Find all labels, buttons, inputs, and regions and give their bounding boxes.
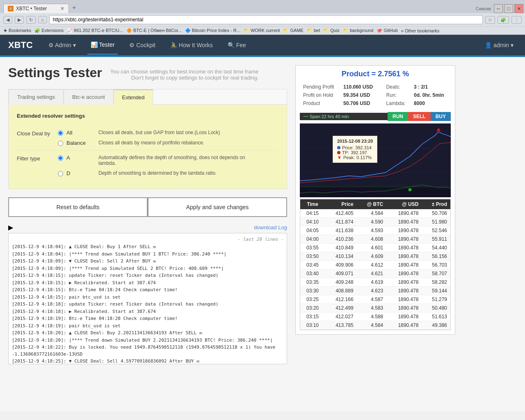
- filter-type-a-radio[interactable]: [58, 155, 63, 161]
- table-cell: 03:55: [300, 244, 325, 252]
- table-column-header: @ USD: [386, 199, 422, 209]
- table-cell: 56.156: [422, 252, 450, 261]
- url-input[interactable]: [49, 15, 483, 24]
- reload-button[interactable]: ↻: [26, 16, 36, 24]
- bookmark-game[interactable]: 📁 GAME: [283, 28, 303, 33]
- stats-row: Profit on Hold 59.354 USD Run: 0d. 0hr. …: [301, 91, 450, 99]
- bookmarks-bar: ★ Bookmarks 🧩 Extensions 📈 861.202 BTC-e…: [0, 26, 525, 34]
- nav-admin[interactable]: ⚙ Admin ▾: [45, 36, 79, 54]
- tab-close-button[interactable]: ✕: [60, 6, 64, 11]
- table-cell: 03:50: [300, 252, 325, 261]
- svg-rect-4: [300, 187, 451, 197]
- table-cell: 1890.478: [386, 218, 422, 226]
- table-row: 03:55410.8494.6011890.47854.440: [300, 244, 450, 252]
- settings-button[interactable]: ⋮: [511, 16, 522, 24]
- table-row: 04:05411.6384.5931890.47852.546: [300, 226, 450, 235]
- table-cell: 412.405: [325, 209, 357, 218]
- bookmark-btce-price[interactable]: 📈 861.202 BTC-e BTC/U...: [67, 28, 123, 33]
- log-line: [2015-12-9 4:18:15]: ▶ Recalibrated. Sta…: [12, 280, 283, 287]
- close-deal-by-label: Close Deal by: [17, 130, 58, 137]
- left-panel: Settings Tester You can choose settings …: [8, 65, 287, 403]
- close-deal-balance-option: Balance Closes all deals by means of por…: [58, 140, 220, 146]
- bookmark-bet[interactable]: 📁 bet: [307, 28, 320, 33]
- table-cell: 04:00: [300, 235, 325, 244]
- site-logo[interactable]: XBTC: [8, 40, 33, 50]
- apply-button[interactable]: Apply and save changes: [148, 197, 287, 217]
- page-subtitle-line1: You can choose settings for best income …: [110, 68, 259, 75]
- table-cell: 04:10: [300, 218, 325, 226]
- table-cell: 412.499: [325, 304, 357, 313]
- stats-label: Profit on Hold: [301, 91, 340, 99]
- table-cell: 4.587: [357, 295, 387, 304]
- table-cell: 4.583: [357, 304, 387, 313]
- bookmark-background[interactable]: 📁 background: [343, 28, 374, 33]
- nav-user[interactable]: 👤 admin ▾: [482, 36, 517, 54]
- stats-value: 59.354 USD: [341, 91, 379, 99]
- active-browser-tab[interactable]: X XBTC • Tester ✕: [3, 4, 69, 13]
- table-column-header: Time: [300, 199, 325, 209]
- table-row: 03:15412.0274.5881890.47851.613: [300, 313, 450, 321]
- close-window-button[interactable]: ✕: [514, 4, 523, 13]
- reset-button[interactable]: Reset to defaults: [8, 197, 148, 217]
- nav-tester[interactable]: 📊 Tester: [87, 36, 118, 55]
- buy-button[interactable]: BUY: [431, 112, 451, 121]
- nav-cockpit[interactable]: ⚙ Cockpit: [126, 36, 159, 54]
- close-deal-all-radio[interactable]: [58, 130, 63, 136]
- bookmark-star[interactable]: ☆: [485, 16, 495, 24]
- tab-trading-settings[interactable]: Trading settings: [9, 89, 64, 105]
- bookmark-btce-exchange[interactable]: 🔶 BTC-E | Обмен BitCoi...: [126, 28, 182, 33]
- bookmark-bookmarks[interactable]: ★ Bookmarks: [3, 28, 31, 33]
- bookmark-other[interactable]: » Other bookmarks: [401, 28, 440, 33]
- extensions-button[interactable]: 🧩: [498, 16, 509, 24]
- table-cell: 55.911: [422, 235, 450, 244]
- log-container[interactable]: - last 20 lines - [2015-12-9 4:18:04]: ▲…: [8, 233, 287, 364]
- log-line: [2015-12-9 4:18:15]: pair btc_usd is set: [12, 294, 283, 301]
- filter-type-d-radio[interactable]: [58, 171, 63, 176]
- run-button[interactable]: RUN: [388, 112, 408, 121]
- maximize-button[interactable]: □: [504, 4, 513, 13]
- log-line: [2015-12-9 4:18:22]: Buy is locked. You …: [12, 344, 283, 358]
- play-button[interactable]: ▶: [8, 224, 13, 231]
- bookmark-work[interactable]: 📁 WORK current: [244, 28, 280, 33]
- sell-button[interactable]: SELL: [408, 112, 431, 121]
- main-content: Settings Tester You can choose settings …: [0, 57, 525, 411]
- table-cell: 04:05: [300, 226, 325, 235]
- back-button[interactable]: ◀: [3, 16, 12, 24]
- table-cell: 4.621: [357, 269, 387, 278]
- bookmark-bitcoin-price[interactable]: 🔷 Bitcoin Price Index - R...: [185, 28, 240, 33]
- close-deal-all-option: All Closes all deals, but use GAP from l…: [58, 130, 220, 136]
- nav-how-it-works[interactable]: 🚴 How It Works: [167, 36, 216, 54]
- nav-right: 👤 admin ▾: [482, 36, 517, 54]
- download-log-link[interactable]: download Log: [254, 224, 287, 231]
- table-row: 04:15412.4054.5841890.47850.706: [300, 209, 450, 218]
- table-cell: 410.236: [325, 235, 357, 244]
- minimize-button[interactable]: ─: [494, 4, 503, 13]
- table-cell: 1890.478: [386, 304, 422, 313]
- table-cell: 52.546: [422, 226, 450, 235]
- browser-chrome: X XBTC • Tester ✕ + Симсим ─ □ ✕ ◀ ▶ ↻ ⌂…: [0, 0, 525, 35]
- log-line: [2015-12-9 4:18:18]: update Ticker: rese…: [12, 301, 283, 308]
- log-header: - last 20 lines -: [12, 237, 283, 242]
- table-row: 03:10413.7854.5841890.47849.386: [300, 321, 450, 330]
- bookmark-extensions[interactable]: 🧩 Extensions: [34, 28, 64, 33]
- span-label: ~~ Span:22 hrs 40 min: [300, 113, 388, 120]
- forward-button[interactable]: ▶: [15, 16, 24, 24]
- table-cell: 58.282: [422, 278, 450, 287]
- table-cell: 03:40: [300, 269, 325, 278]
- bookmark-quiz[interactable]: 📁 Quiz: [323, 28, 340, 33]
- data-table-wrapper[interactable]: TimePrice@ BTC@ USD± Prod 04:15412.4054.…: [300, 199, 451, 330]
- filter-type-d-value: D: [66, 170, 95, 176]
- table-row: 04:00410.2364.6081890.47855.911: [300, 235, 450, 244]
- tab-btce-account[interactable]: Btc-e account: [64, 89, 114, 105]
- home-button[interactable]: ⌂: [38, 16, 47, 23]
- table-row: 04:10411.8744.5901890.47851.980: [300, 218, 450, 226]
- log-line: [2015-12-9 4:18:15]: update Ticker: rese…: [12, 272, 283, 279]
- nav-fee[interactable]: 🔍 Fee: [224, 36, 249, 54]
- close-deal-balance-radio[interactable]: [58, 141, 63, 146]
- table-cell: 1890.478: [386, 278, 422, 287]
- tab-extended[interactable]: Extended: [114, 89, 153, 105]
- tab-favicon: X: [8, 6, 14, 11]
- new-tab-button[interactable]: +: [69, 2, 79, 13]
- bookmark-github[interactable]: 🐙 GitHub: [377, 28, 397, 33]
- nav-links: ⚙ Admin ▾ 📊 Tester ⚙ Cockpit 🚴 How It Wo…: [45, 36, 482, 55]
